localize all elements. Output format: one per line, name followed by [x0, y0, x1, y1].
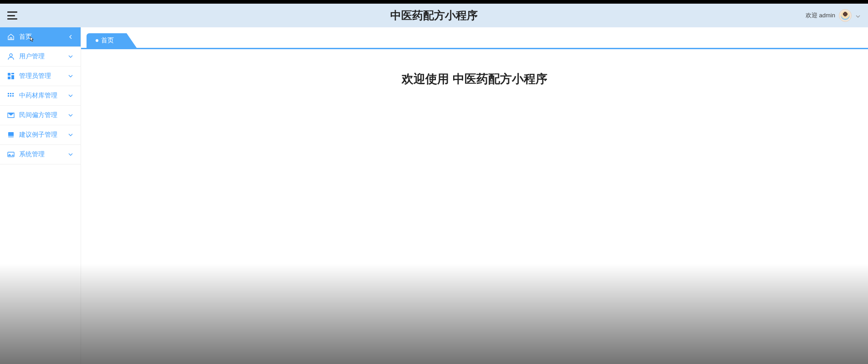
- svg-rect-12: [8, 136, 14, 138]
- svg-rect-13: [8, 152, 14, 157]
- chevron-left-icon: [68, 34, 73, 40]
- document-icon: [7, 131, 15, 138]
- tab-bar: 首页: [81, 27, 868, 49]
- chevron-down-icon: [68, 54, 73, 59]
- chevron-down-icon: [68, 152, 73, 157]
- sidebar-item-suggestion[interactable]: 建议例子管理: [0, 125, 81, 145]
- sidebar-item-label: 建议例子管理: [19, 131, 68, 139]
- hamburger-menu-button[interactable]: [7, 11, 17, 20]
- sidebar: 首页 用户管理 管理员管理: [0, 27, 81, 364]
- svg-rect-4: [8, 77, 10, 79]
- header-user-area[interactable]: 欢迎 admin: [806, 9, 861, 22]
- sidebar-item-label: 管理员管理: [19, 72, 68, 80]
- app-title: 中医药配方小程序: [390, 8, 478, 23]
- welcome-text: 欢迎 admin: [806, 11, 835, 20]
- svg-rect-10: [12, 95, 14, 97]
- sidebar-item-label: 民间偏方管理: [19, 111, 68, 119]
- welcome-heading: 欢迎使用 中医药配方小程序: [81, 71, 868, 87]
- svg-rect-7: [12, 93, 14, 94]
- chevron-down-icon: [68, 93, 73, 98]
- svg-rect-5: [8, 93, 9, 94]
- image-icon: [7, 151, 15, 158]
- svg-rect-3: [11, 75, 14, 79]
- mail-icon: [7, 112, 15, 119]
- grid-icon: [7, 92, 15, 99]
- sidebar-item-system[interactable]: 系统管理: [0, 145, 81, 164]
- avatar[interactable]: [839, 9, 852, 22]
- svg-point-0: [10, 54, 12, 56]
- sidebar-item-home[interactable]: 首页: [0, 27, 81, 47]
- svg-rect-1: [8, 73, 10, 76]
- sidebar-item-label: 用户管理: [19, 52, 68, 61]
- sidebar-item-users[interactable]: 用户管理: [0, 47, 81, 67]
- main-content: 首页 欢迎使用 中医药配方小程序: [81, 27, 868, 364]
- sidebar-item-label: 中药材库管理: [19, 92, 68, 100]
- sidebar-item-label: 首页: [19, 33, 68, 41]
- sidebar-item-admin[interactable]: 管理员管理: [0, 67, 81, 86]
- chevron-down-icon[interactable]: [855, 13, 861, 18]
- svg-rect-2: [11, 73, 14, 74]
- chevron-down-icon: [68, 73, 73, 79]
- tab-active-dot-icon: [96, 39, 98, 42]
- user-icon: [7, 53, 15, 60]
- window-top-bar: [0, 0, 868, 4]
- svg-rect-8: [8, 95, 9, 97]
- svg-rect-6: [10, 93, 11, 94]
- tab-label: 首页: [101, 36, 114, 45]
- sidebar-item-label: 系统管理: [19, 150, 68, 159]
- sidebar-item-medicine[interactable]: 中药材库管理: [0, 86, 81, 106]
- svg-rect-9: [10, 95, 11, 97]
- tab-home[interactable]: 首页: [87, 33, 127, 48]
- grid-icon: [7, 72, 15, 80]
- sidebar-item-folk[interactable]: 民间偏方管理: [0, 106, 81, 125]
- chevron-down-icon: [68, 113, 73, 118]
- header: 中医药配方小程序 欢迎 admin: [0, 4, 868, 27]
- chevron-down-icon: [68, 132, 73, 138]
- home-icon: [7, 33, 15, 41]
